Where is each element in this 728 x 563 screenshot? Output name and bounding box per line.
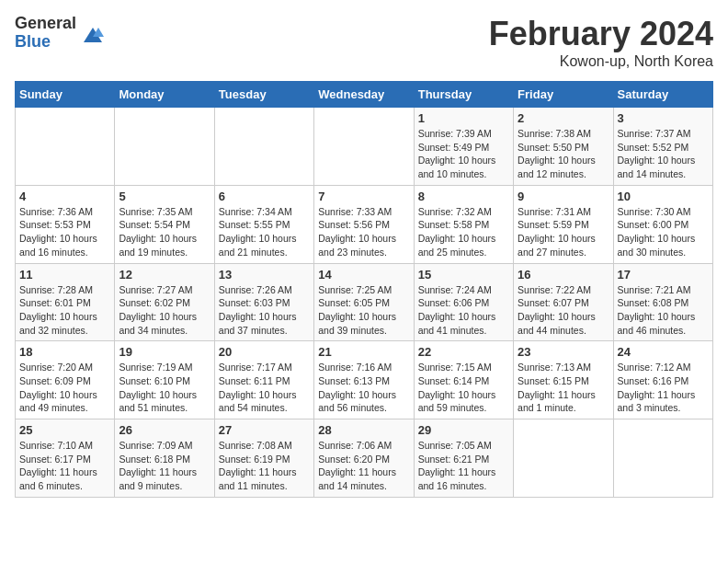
logo-icon	[80, 20, 106, 46]
day-info: Sunrise: 7:22 AM Sunset: 6:07 PM Dayligh…	[518, 283, 609, 338]
weekday-header-sunday: Sunday	[16, 82, 115, 108]
day-number: 14	[318, 268, 409, 282]
day-cell: 3Sunrise: 7:37 AM Sunset: 5:52 PM Daylig…	[613, 108, 712, 186]
day-info: Sunrise: 7:09 AM Sunset: 6:18 PM Dayligh…	[119, 439, 210, 493]
day-number: 1	[418, 111, 509, 125]
day-cell	[514, 419, 613, 498]
day-number: 3	[618, 111, 709, 125]
day-info: Sunrise: 7:12 AM Sunset: 6:16 PM Dayligh…	[618, 361, 709, 415]
day-number: 23	[518, 345, 609, 359]
day-info: Sunrise: 7:16 AM Sunset: 6:13 PM Dayligh…	[318, 361, 409, 415]
day-cell: 25Sunrise: 7:10 AM Sunset: 6:17 PM Dayli…	[16, 419, 115, 498]
day-number: 9	[518, 190, 609, 203]
day-cell: 10Sunrise: 7:30 AM Sunset: 6:00 PM Dayli…	[613, 185, 712, 263]
day-number: 29	[418, 423, 509, 437]
day-cell: 14Sunrise: 7:25 AM Sunset: 6:05 PM Dayli…	[314, 263, 414, 341]
day-cell: 22Sunrise: 7:15 AM Sunset: 6:14 PM Dayli…	[414, 341, 513, 419]
day-info: Sunrise: 7:13 AM Sunset: 6:15 PM Dayligh…	[518, 361, 609, 415]
logo-general: General	[15, 15, 76, 33]
weekday-header-friday: Friday	[514, 82, 613, 108]
calendar-table: SundayMondayTuesdayWednesdayThursdayFrid…	[15, 81, 713, 498]
day-info: Sunrise: 7:38 AM Sunset: 5:50 PM Dayligh…	[518, 127, 609, 181]
day-cell	[16, 108, 115, 186]
day-cell: 7Sunrise: 7:33 AM Sunset: 5:56 PM Daylig…	[314, 185, 414, 263]
day-number: 27	[219, 423, 310, 437]
week-row-1: 1Sunrise: 7:39 AM Sunset: 5:49 PM Daylig…	[16, 108, 713, 186]
day-number: 13	[219, 268, 310, 282]
day-cell: 13Sunrise: 7:26 AM Sunset: 6:03 PM Dayli…	[214, 263, 313, 341]
day-number: 8	[418, 190, 509, 203]
day-number: 21	[318, 345, 409, 359]
day-number: 17	[618, 268, 709, 282]
day-info: Sunrise: 7:32 AM Sunset: 5:58 PM Dayligh…	[418, 205, 509, 259]
logo-text: General Blue	[15, 15, 76, 52]
day-cell	[115, 108, 214, 186]
day-number: 7	[318, 190, 409, 203]
day-cell: 21Sunrise: 7:16 AM Sunset: 6:13 PM Dayli…	[314, 341, 414, 419]
day-cell: 2Sunrise: 7:38 AM Sunset: 5:50 PM Daylig…	[514, 108, 613, 186]
day-cell: 8Sunrise: 7:32 AM Sunset: 5:58 PM Daylig…	[414, 185, 513, 263]
day-number: 24	[618, 345, 709, 359]
weekday-header-wednesday: Wednesday	[314, 82, 414, 108]
week-row-5: 25Sunrise: 7:10 AM Sunset: 6:17 PM Dayli…	[16, 419, 713, 498]
day-cell: 9Sunrise: 7:31 AM Sunset: 5:59 PM Daylig…	[514, 185, 613, 263]
day-cell: 18Sunrise: 7:20 AM Sunset: 6:09 PM Dayli…	[16, 341, 115, 419]
weekday-header-row: SundayMondayTuesdayWednesdayThursdayFrid…	[16, 82, 713, 108]
day-info: Sunrise: 7:05 AM Sunset: 6:21 PM Dayligh…	[418, 439, 509, 493]
day-cell: 16Sunrise: 7:22 AM Sunset: 6:07 PM Dayli…	[514, 263, 613, 341]
day-cell: 23Sunrise: 7:13 AM Sunset: 6:15 PM Dayli…	[514, 341, 613, 419]
day-info: Sunrise: 7:35 AM Sunset: 5:54 PM Dayligh…	[119, 205, 210, 259]
day-number: 20	[219, 345, 310, 359]
day-info: Sunrise: 7:15 AM Sunset: 6:14 PM Dayligh…	[418, 361, 509, 415]
logo-blue: Blue	[15, 33, 76, 52]
day-info: Sunrise: 7:34 AM Sunset: 5:55 PM Dayligh…	[219, 205, 310, 259]
day-info: Sunrise: 7:28 AM Sunset: 6:01 PM Dayligh…	[19, 283, 110, 338]
day-info: Sunrise: 7:26 AM Sunset: 6:03 PM Dayligh…	[219, 283, 310, 338]
day-number: 19	[119, 345, 210, 359]
day-cell	[214, 108, 313, 186]
logo: General Blue	[15, 15, 106, 52]
week-row-2: 4Sunrise: 7:36 AM Sunset: 5:53 PM Daylig…	[16, 185, 713, 263]
day-info: Sunrise: 7:31 AM Sunset: 5:59 PM Dayligh…	[518, 205, 609, 259]
day-info: Sunrise: 7:36 AM Sunset: 5:53 PM Dayligh…	[19, 205, 110, 259]
day-number: 6	[219, 190, 310, 203]
day-cell: 19Sunrise: 7:19 AM Sunset: 6:10 PM Dayli…	[115, 341, 214, 419]
title-block: February 2024 Kowon-up, North Korea	[489, 15, 713, 70]
day-number: 11	[19, 268, 110, 282]
day-cell: 24Sunrise: 7:12 AM Sunset: 6:16 PM Dayli…	[613, 341, 712, 419]
weekday-header-monday: Monday	[115, 82, 214, 108]
day-cell	[314, 108, 414, 186]
day-info: Sunrise: 7:06 AM Sunset: 6:20 PM Dayligh…	[318, 439, 409, 493]
day-number: 18	[19, 345, 110, 359]
day-cell: 28Sunrise: 7:06 AM Sunset: 6:20 PM Dayli…	[314, 419, 414, 498]
day-info: Sunrise: 7:27 AM Sunset: 6:02 PM Dayligh…	[119, 283, 210, 338]
month-title: February 2024	[489, 15, 713, 53]
day-number: 2	[518, 111, 609, 125]
day-cell	[613, 419, 712, 498]
weekday-header-saturday: Saturday	[613, 82, 712, 108]
day-info: Sunrise: 7:08 AM Sunset: 6:19 PM Dayligh…	[219, 439, 310, 493]
day-info: Sunrise: 7:39 AM Sunset: 5:49 PM Dayligh…	[418, 127, 509, 181]
day-cell: 26Sunrise: 7:09 AM Sunset: 6:18 PM Dayli…	[115, 419, 214, 498]
weekday-header-tuesday: Tuesday	[214, 82, 313, 108]
week-row-4: 18Sunrise: 7:20 AM Sunset: 6:09 PM Dayli…	[16, 341, 713, 419]
day-cell: 12Sunrise: 7:27 AM Sunset: 6:02 PM Dayli…	[115, 263, 214, 341]
day-info: Sunrise: 7:25 AM Sunset: 6:05 PM Dayligh…	[318, 283, 409, 338]
day-number: 5	[119, 190, 210, 203]
day-info: Sunrise: 7:24 AM Sunset: 6:06 PM Dayligh…	[418, 283, 509, 338]
day-number: 16	[518, 268, 609, 282]
day-info: Sunrise: 7:17 AM Sunset: 6:11 PM Dayligh…	[219, 361, 310, 415]
day-cell: 11Sunrise: 7:28 AM Sunset: 6:01 PM Dayli…	[16, 263, 115, 341]
day-cell: 5Sunrise: 7:35 AM Sunset: 5:54 PM Daylig…	[115, 185, 214, 263]
week-row-3: 11Sunrise: 7:28 AM Sunset: 6:01 PM Dayli…	[16, 263, 713, 341]
day-cell: 17Sunrise: 7:21 AM Sunset: 6:08 PM Dayli…	[613, 263, 712, 341]
day-number: 28	[318, 423, 409, 437]
day-info: Sunrise: 7:21 AM Sunset: 6:08 PM Dayligh…	[618, 283, 709, 338]
location: Kowon-up, North Korea	[489, 53, 713, 70]
day-number: 10	[618, 190, 709, 203]
day-number: 4	[19, 190, 110, 203]
day-number: 26	[119, 423, 210, 437]
day-info: Sunrise: 7:19 AM Sunset: 6:10 PM Dayligh…	[119, 361, 210, 415]
day-number: 22	[418, 345, 509, 359]
day-number: 15	[418, 268, 509, 282]
